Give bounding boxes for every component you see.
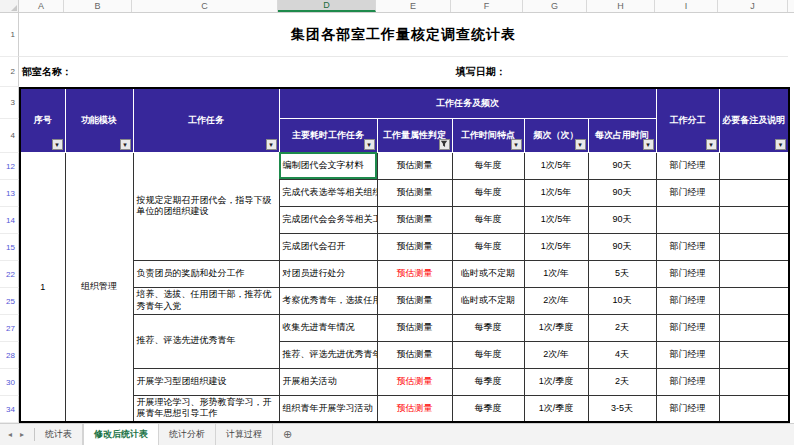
cell-time[interactable]: 每季度 bbox=[452, 395, 524, 422]
cell-attr[interactable]: 预估测量 bbox=[377, 314, 452, 341]
row-header-filtered[interactable]: 14 bbox=[0, 207, 19, 234]
cell-main-task[interactable]: 完成代表选举等相关组织工作 bbox=[279, 179, 377, 206]
column-header[interactable]: I bbox=[655, 0, 718, 12]
prev-sheet-icon[interactable]: ◂ bbox=[8, 430, 12, 439]
header-main-task[interactable]: 主要耗时工作任务▾ bbox=[279, 118, 377, 152]
cell-time[interactable]: 每年度 bbox=[452, 179, 524, 206]
cell-duration[interactable]: 3-5天 bbox=[588, 395, 656, 422]
cell-duration[interactable]: 10天 bbox=[588, 287, 656, 314]
cell-duration[interactable]: 90天 bbox=[588, 206, 656, 233]
sheet-title[interactable]: 集团各部室工作量核定调查统计表 bbox=[291, 26, 516, 44]
cell-division[interactable] bbox=[656, 206, 719, 233]
cell-main-task[interactable]: 推荐、评选先进优秀青年 bbox=[279, 341, 377, 368]
row-header-filtered[interactable]: 12 bbox=[0, 153, 19, 180]
row-header-filtered[interactable]: 30 bbox=[0, 369, 19, 396]
cell-remark[interactable] bbox=[719, 206, 789, 233]
cell-time[interactable]: 每年度 bbox=[452, 341, 524, 368]
cell-duration[interactable]: 2天 bbox=[588, 314, 656, 341]
cell-task[interactable]: 开展理论学习、形势教育学习，开展青年思想引导工作 bbox=[133, 395, 279, 422]
cell-main-task[interactable]: 完成团代会会务等相关工作 bbox=[279, 206, 377, 233]
row-header-filtered[interactable]: 15 bbox=[0, 234, 19, 261]
header-frequency[interactable]: 频次（次）▾ bbox=[524, 118, 588, 152]
cell-division[interactable]: 部门经理 bbox=[656, 341, 719, 368]
column-header[interactable]: F bbox=[451, 0, 523, 12]
department-name-label[interactable]: 部室名称： bbox=[22, 65, 72, 79]
row-header-filtered[interactable]: 25 bbox=[0, 288, 19, 315]
cell-time[interactable]: 每年度 bbox=[452, 152, 524, 179]
next-sheet-icon[interactable]: ▸ bbox=[20, 430, 24, 439]
filter-dropdown-icon[interactable]: ▾ bbox=[266, 139, 277, 150]
filter-dropdown-icon[interactable]: ▾ bbox=[575, 139, 586, 150]
header-group-task-frequency[interactable]: 工作任务及频次 bbox=[279, 88, 656, 118]
header-division[interactable]: 工作分工▾ bbox=[656, 88, 719, 152]
cell-freq[interactable]: 1次/季度 bbox=[524, 368, 588, 395]
cell-duration[interactable]: 2天 bbox=[588, 368, 656, 395]
cell-duration[interactable]: 90天 bbox=[588, 179, 656, 206]
cell-freq[interactable]: 1次/5年 bbox=[524, 152, 588, 179]
cell-main-task[interactable]: 对团员进行处分 bbox=[279, 260, 377, 287]
cell-main-task[interactable]: 组织青年开展学习活动 bbox=[279, 395, 377, 422]
fill-date-label[interactable]: 填写日期： bbox=[456, 65, 506, 79]
header-attr[interactable]: 工作量属性判定 bbox=[377, 118, 452, 152]
sheet-tab-active[interactable]: 修改后统计表 bbox=[83, 424, 159, 445]
cell-seq[interactable]: 1 bbox=[20, 152, 65, 422]
cell-time[interactable]: 每季度 bbox=[452, 368, 524, 395]
cell-duration[interactable]: 5天 bbox=[588, 260, 656, 287]
column-header[interactable]: A bbox=[19, 0, 64, 12]
filter-dropdown-icon[interactable]: ▾ bbox=[706, 139, 717, 150]
cell-remark[interactable] bbox=[719, 179, 789, 206]
cell-attr[interactable]: 预估测量 bbox=[377, 341, 452, 368]
cell-duration[interactable]: 90天 bbox=[588, 152, 656, 179]
select-all-corner[interactable] bbox=[0, 0, 19, 12]
cell-time[interactable]: 每年度 bbox=[452, 233, 524, 260]
sheet-tab[interactable]: 统计表 bbox=[35, 424, 83, 445]
cell-main-task[interactable]: 收集先进青年情况 bbox=[279, 314, 377, 341]
filter-dropdown-icon[interactable]: ▾ bbox=[643, 139, 654, 150]
header-module[interactable]: 功能模块▾ bbox=[65, 88, 133, 152]
row-header-filtered[interactable]: 34 bbox=[0, 396, 19, 423]
header-time-feature[interactable]: 工作时间特点▾ bbox=[452, 118, 524, 152]
cell-main-task-active[interactable]: 编制团代会文字材料 bbox=[279, 152, 377, 179]
cell-remark[interactable] bbox=[719, 314, 789, 341]
column-header-selected[interactable]: D bbox=[278, 0, 376, 12]
cell-attr[interactable]: 预估测量 bbox=[377, 179, 452, 206]
filter-dropdown-icon[interactable]: ▾ bbox=[775, 139, 786, 150]
cell-task[interactable]: 按规定定期召开团代会，指导下级单位的团组织建设 bbox=[133, 152, 279, 260]
filter-applied-icon[interactable] bbox=[439, 139, 450, 150]
cell-duration[interactable]: 90天 bbox=[588, 233, 656, 260]
cell-time[interactable]: 每季度 bbox=[452, 314, 524, 341]
column-header[interactable]: B bbox=[64, 0, 132, 12]
header-duration[interactable]: 每次占用时间▾ bbox=[588, 118, 656, 152]
cell-task[interactable]: 推荐、评选先进优秀青年 bbox=[133, 314, 279, 368]
cell-division[interactable]: 部门经理 bbox=[656, 260, 719, 287]
cell-remark[interactable] bbox=[719, 287, 789, 314]
add-sheet-icon[interactable]: ⊕ bbox=[273, 424, 302, 445]
filter-dropdown-icon[interactable]: ▾ bbox=[52, 139, 63, 150]
row-header-filtered[interactable]: 13 bbox=[0, 180, 19, 207]
cell-main-task[interactable]: 完成团代会召开 bbox=[279, 233, 377, 260]
cell-division[interactable]: 部门经理 bbox=[656, 179, 719, 206]
header-remarks[interactable]: 必要备注及说明▾ bbox=[719, 88, 789, 152]
filter-dropdown-icon[interactable]: ▾ bbox=[511, 139, 522, 150]
filter-dropdown-icon[interactable]: ▾ bbox=[364, 139, 375, 150]
cell-attr[interactable]: 预估测量 bbox=[377, 233, 452, 260]
column-header[interactable]: C bbox=[132, 0, 278, 12]
cell-freq[interactable]: 2次/年 bbox=[524, 287, 588, 314]
row-header[interactable]: 1 bbox=[0, 13, 19, 57]
cell-division[interactable]: 部门经理 bbox=[656, 287, 719, 314]
cell-time[interactable]: 临时或不定期 bbox=[452, 260, 524, 287]
cell-division[interactable]: 部门经理 bbox=[656, 233, 719, 260]
cell-remark[interactable] bbox=[719, 233, 789, 260]
cell-attr[interactable]: 预估测量 bbox=[377, 260, 452, 287]
cell-attr[interactable]: 预估测量 bbox=[377, 206, 452, 233]
cell-task[interactable]: 培养、选拔、任用团干部，推荐优秀青年入党 bbox=[133, 287, 279, 314]
cell-task[interactable]: 负责团员的奖励和处分工作 bbox=[133, 260, 279, 287]
cell-duration[interactable]: 4天 bbox=[588, 341, 656, 368]
cell-task[interactable]: 开展学习型团组织建设 bbox=[133, 368, 279, 395]
header-seq[interactable]: 序号▾ bbox=[20, 88, 65, 152]
filter-dropdown-icon[interactable]: ▾ bbox=[120, 139, 131, 150]
cell-attr[interactable]: 预估测量 bbox=[377, 395, 452, 422]
cell-module[interactable]: 组织管理 bbox=[65, 152, 133, 422]
cell-attr[interactable]: 预估测量 bbox=[377, 152, 452, 179]
cell-time[interactable]: 每年度 bbox=[452, 206, 524, 233]
